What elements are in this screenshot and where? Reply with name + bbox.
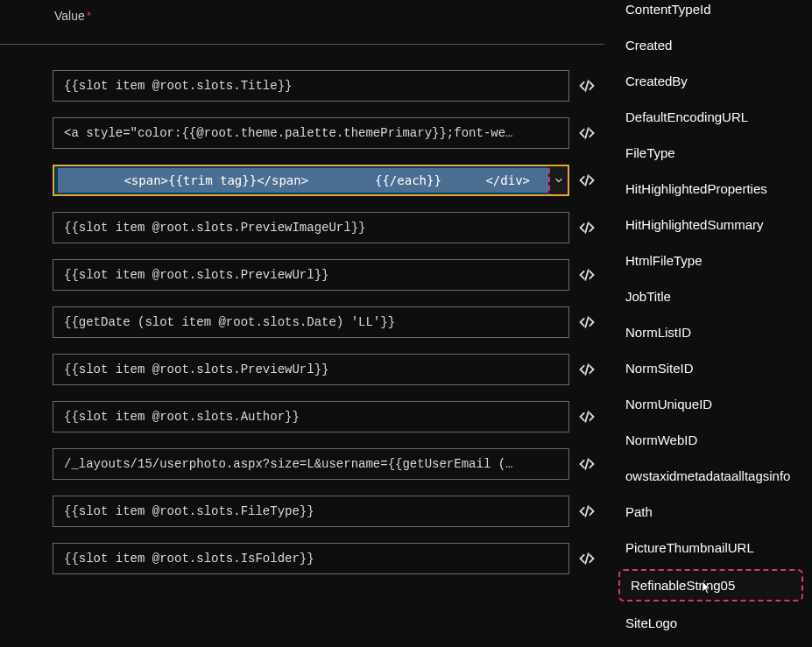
value-input[interactable]: /_layouts/15/userphoto.aspx?size=L&usern… xyxy=(53,448,569,480)
property-item[interactable]: ContentTypeId xyxy=(620,0,812,18)
value-text: <span>{{trim tag}}</span> {{/each}} </di… xyxy=(58,168,552,193)
value-input[interactable]: {{slot item @root.slots.PreviewImageUrl}… xyxy=(53,212,569,243)
value-rows: {{slot item @root.slots.Title}}<a style=… xyxy=(53,70,615,574)
code-icon[interactable] xyxy=(578,124,596,142)
property-item[interactable]: JobTitle xyxy=(620,287,812,306)
required-indicator: * xyxy=(87,9,91,23)
code-icon[interactable] xyxy=(578,313,596,331)
code-icon[interactable] xyxy=(578,550,596,567)
property-item[interactable]: HtmlFileType xyxy=(620,251,812,270)
value-input[interactable]: {{slot item @root.slots.Author}} xyxy=(53,401,569,433)
property-item[interactable]: HitHighlightedSummary xyxy=(620,215,812,234)
property-item[interactable]: SiteLogo xyxy=(620,614,812,632)
property-item[interactable]: DefaultEncodingURL xyxy=(620,108,812,126)
property-item[interactable]: owstaxidmetadataalltagsinfo xyxy=(620,467,812,485)
property-item[interactable]: NormWebID xyxy=(620,431,812,449)
property-item[interactable]: NormListID xyxy=(620,323,812,341)
divider xyxy=(0,44,604,45)
property-item[interactable]: RefinableString05 xyxy=(618,569,803,601)
value-row: <a style="color:{{@root.theme.palette.th… xyxy=(53,117,615,149)
values-column: Value* {{slot item @root.slots.Title}}<a… xyxy=(0,0,615,647)
value-input[interactable]: {{slot item @root.slots.PreviewUrl}} xyxy=(53,259,569,291)
property-item[interactable]: HitHighlightedProperties xyxy=(620,179,812,198)
code-icon[interactable] xyxy=(578,455,596,473)
value-input[interactable]: {{slot item @root.slots.Title}} xyxy=(53,70,569,102)
value-row: {{slot item @root.slots.FileType}} xyxy=(53,496,615,527)
value-row: <span>{{trim tag}}</span> {{/each}} </di… xyxy=(53,165,615,196)
property-item[interactable]: NormSiteID xyxy=(620,359,812,377)
property-item[interactable]: Created xyxy=(620,36,812,54)
code-icon[interactable] xyxy=(578,172,596,189)
field-label-text: Value xyxy=(54,9,85,23)
value-row: {{getDate (slot item @root.slots.Date) '… xyxy=(53,306,615,338)
value-row: {{slot item @root.slots.Author}} xyxy=(53,401,615,433)
config-panel: Value* {{slot item @root.slots.Title}}<a… xyxy=(0,0,812,647)
value-row: {{slot item @root.slots.Title}} xyxy=(53,70,615,102)
code-icon[interactable] xyxy=(578,77,596,95)
value-row: /_layouts/15/userphoto.aspx?size=L&usern… xyxy=(53,448,615,480)
property-list: ContentTypeIdCreatedCreatedByDefaultEnco… xyxy=(615,0,812,647)
property-item[interactable]: NormUniqueID xyxy=(620,395,812,413)
code-icon[interactable] xyxy=(578,219,596,236)
value-input[interactable]: {{slot item @root.slots.IsFolder}} xyxy=(53,543,569,574)
value-row: {{slot item @root.slots.PreviewUrl}} xyxy=(53,259,615,291)
value-input[interactable]: {{getDate (slot item @root.slots.Date) '… xyxy=(53,306,569,338)
value-input-selected[interactable]: <span>{{trim tag}}</span> {{/each}} </di… xyxy=(53,165,569,196)
value-input[interactable]: <a style="color:{{@root.theme.palette.th… xyxy=(53,117,569,149)
chevron-down-icon xyxy=(554,176,563,185)
value-row: {{slot item @root.slots.IsFolder}} xyxy=(53,543,615,574)
property-item[interactable]: Path xyxy=(620,503,812,521)
value-input[interactable]: {{slot item @root.slots.PreviewUrl}} xyxy=(53,354,569,385)
code-icon[interactable] xyxy=(578,408,596,425)
property-item[interactable]: FileType xyxy=(620,144,812,162)
value-row: {{slot item @root.slots.PreviewUrl}} xyxy=(53,354,615,385)
field-label: Value* xyxy=(53,9,615,23)
property-item[interactable]: CreatedBy xyxy=(620,72,812,90)
code-icon[interactable] xyxy=(578,361,596,378)
value-input[interactable]: {{slot item @root.slots.FileType}} xyxy=(53,496,569,527)
code-icon[interactable] xyxy=(578,266,596,284)
code-icon[interactable] xyxy=(578,503,596,520)
value-row: {{slot item @root.slots.PreviewImageUrl}… xyxy=(53,212,615,243)
property-item[interactable]: PictureThumbnailURL xyxy=(620,538,812,557)
dropdown-button[interactable] xyxy=(548,165,569,196)
